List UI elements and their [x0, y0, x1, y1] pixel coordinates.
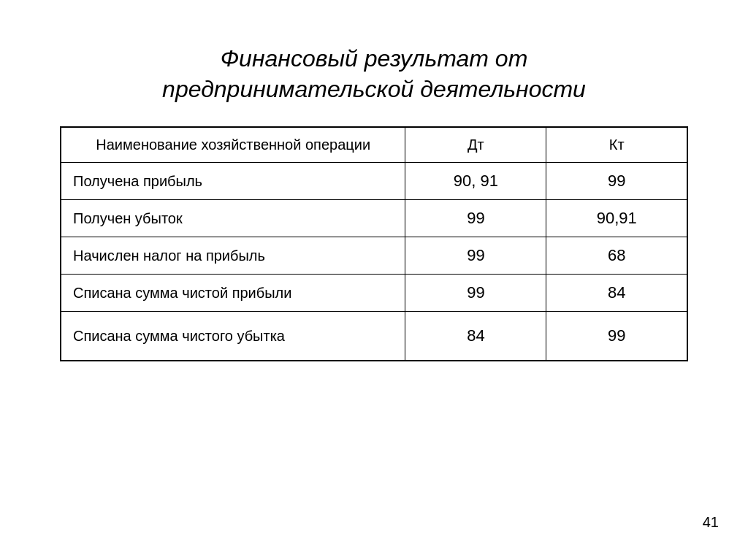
cell-operation: Получена прибыль — [61, 163, 405, 200]
cell-kt: 99 — [546, 163, 687, 200]
table-container: Наименование хозяйственной операции Дт К… — [60, 126, 688, 361]
cell-operation: Получен убыток — [61, 200, 405, 237]
cell-operation: Списана сумма чистой прибыли — [61, 275, 405, 312]
cell-kt: 68 — [546, 237, 687, 275]
page: Финансовый результат от предпринимательс… — [0, 22, 748, 545]
col-header-operation: Наименование хозяйственной операции — [61, 127, 405, 163]
cell-dt: 99 — [405, 275, 546, 312]
cell-dt: 90, 91 — [405, 163, 546, 200]
cell-kt: 90,91 — [546, 200, 687, 237]
cell-kt: 84 — [546, 275, 687, 312]
data-table: Наименование хозяйственной операции Дт К… — [60, 126, 688, 361]
page-title: Финансовый результат от предпринимательс… — [162, 44, 586, 104]
table-row: Списана сумма чистой прибыли9984 — [61, 275, 687, 312]
col-header-dt: Дт — [405, 127, 546, 163]
cell-dt: 99 — [405, 237, 546, 275]
page-number: 41 — [703, 514, 719, 531]
table-row: Получена прибыль90, 9199 — [61, 163, 687, 200]
table-header-row: Наименование хозяйственной операции Дт К… — [61, 127, 687, 163]
col-header-kt: Кт — [546, 127, 687, 163]
table-row: Получен убыток9990,91 — [61, 200, 687, 237]
table-row: Начислен налог на прибыль9968 — [61, 237, 687, 275]
cell-dt: 99 — [405, 200, 546, 237]
cell-operation: Начислен налог на прибыль — [61, 237, 405, 275]
cell-operation: Списана сумма чистого убытка — [61, 312, 405, 361]
table-row: Списана сумма чистого убытка8499 — [61, 312, 687, 361]
cell-kt: 99 — [546, 312, 687, 361]
cell-dt: 84 — [405, 312, 546, 361]
